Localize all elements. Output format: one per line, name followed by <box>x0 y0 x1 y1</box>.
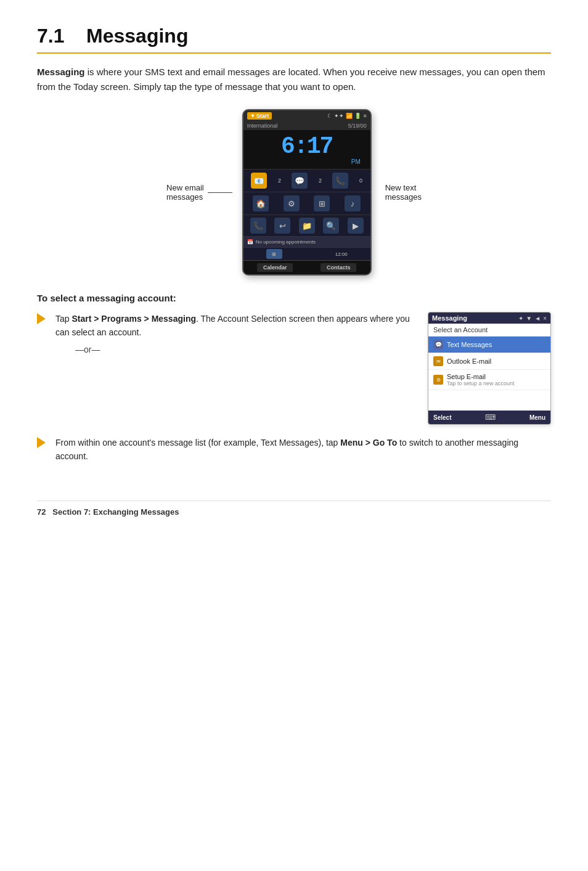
phone-bottom-bar: Calendar Contacts <box>243 260 370 274</box>
start-button[interactable]: ✦ Start <box>247 112 272 120</box>
keyboard-icon: ⌨ <box>485 413 496 422</box>
header-left: International <box>247 123 278 129</box>
step1-before: Tap <box>55 314 71 324</box>
msg-item-outlook[interactable]: ✉ Outlook E-mail <box>428 353 550 370</box>
call-icon-btn[interactable]: 📞 <box>332 173 348 189</box>
search-icon-btn[interactable]: 🔍 <box>323 218 339 234</box>
sms-count: 2 <box>319 178 322 184</box>
msg-header-label: Select an Account <box>428 324 550 337</box>
sms-icon-btn[interactable]: 💬 <box>292 173 308 189</box>
section-number: 7.1 <box>37 25 64 47</box>
outlook-icon: ✉ <box>433 356 443 366</box>
label-new-email: New email messages <box>166 183 232 202</box>
back-icon-btn[interactable]: ↩ <box>274 218 290 234</box>
label-right-line2: messages <box>385 192 422 202</box>
label-left-line2: messages <box>166 192 204 202</box>
phone-diagram-area: New email messages ✦ Start ☾ ✦✦ 📶 🔋 ≡ In… <box>37 109 551 276</box>
outlook-name: Outlook E-mail <box>447 358 491 365</box>
intro-bold: Messaging <box>37 67 85 77</box>
phone-nav-row: 📞 ↩ 📁 🔍 ▶ <box>243 215 370 236</box>
phone-status-bar: ✦ Start ☾ ✦✦ 📶 🔋 ≡ <box>243 110 370 121</box>
menu-button[interactable]: Menu <box>529 414 545 421</box>
start-label: Start <box>256 113 269 119</box>
step-1-arrow <box>37 313 46 324</box>
mini-icon-1: ⊞ <box>266 249 282 259</box>
email-count: 2 <box>278 178 281 184</box>
step-2-content: From within one account's message list (… <box>55 436 551 464</box>
info-text: No upcoming appointments <box>256 239 316 245</box>
phone-extra-row: ⊞ 12:00 <box>243 247 370 260</box>
phone-header-bar: International 5/19/00 <box>243 121 370 130</box>
setup-name: Setup E-mail <box>447 373 515 380</box>
or-text: —or— <box>75 345 100 354</box>
label-line-connector <box>208 192 232 193</box>
select-account-label: Select an Account <box>433 326 488 333</box>
page-title: 7.1 Messaging <box>37 25 551 47</box>
page-header: 7.1 Messaging <box>37 25 551 54</box>
msg-title-icons: ✦ ▼ ◄ × <box>518 315 547 322</box>
page-number: 72 <box>37 507 46 517</box>
phone-info-row: 📅 No upcoming appointments <box>243 236 370 247</box>
step-1-with-screen: Tap Start > Programs > Messaging. The Ac… <box>55 312 551 425</box>
msg-title-bar: Messaging ✦ ▼ ◄ × <box>428 313 550 324</box>
msg-item-text-messages[interactable]: 💬 Text Messages <box>428 337 550 353</box>
msg-item-setup[interactable]: ⚙ Setup E-mail Tap to setup a new accoun… <box>428 370 550 390</box>
subsection-title: To select a messaging account: <box>37 293 551 303</box>
setup-sub: Tap to setup a new account <box>447 380 515 386</box>
section-title: Messaging <box>86 25 188 47</box>
play-icon-btn[interactable]: ▶ <box>348 218 364 234</box>
phone-clock: 6:17 <box>243 135 370 158</box>
text-msg-name: Text Messages <box>447 341 492 348</box>
music-icon-btn[interactable]: ♪ <box>345 195 361 211</box>
step2-before: From within one account's message list (… <box>55 438 340 448</box>
status-icons: ☾ ✦✦ 📶 🔋 ≡ <box>327 113 366 119</box>
header-right: 5/19/00 <box>348 123 367 129</box>
footer-section-text: Section 7: Exchanging Messages <box>52 507 179 517</box>
apps-icon-btn[interactable]: ⊞ <box>314 195 330 211</box>
intro-text: Messaging is where your SMS text and ema… <box>37 65 551 94</box>
intro-rest: is where your SMS text and email message… <box>37 67 545 92</box>
home-icon-btn[interactable]: 🏠 <box>253 195 269 211</box>
msg-body: 💬 Text Messages ✉ Outlook E-mail ⚙ <box>428 337 550 411</box>
label-new-text: New text messages <box>382 183 422 202</box>
phone-clock-area: 6:17 PM <box>243 130 370 169</box>
messaging-screen: Messaging ✦ ▼ ◄ × Select an Account 💬 <box>428 312 551 425</box>
setup-icon: ⚙ <box>433 375 443 385</box>
step-1-text-block: Tap Start > Programs > Messaging. The Ac… <box>55 312 418 359</box>
labels-right: New text messages <box>382 183 422 202</box>
contacts-button[interactable]: Contacts <box>321 263 357 272</box>
text-msg-icon: 💬 <box>433 340 443 350</box>
phone-icon-btn[interactable]: 📞 <box>250 218 266 234</box>
phone-shortcut-row-1: 📧 2 💬 2 📞 0 <box>243 169 370 192</box>
calendar-button[interactable]: Calendar <box>257 263 293 272</box>
label-left-line1: New email <box>166 183 204 192</box>
step-1-row: Tap Start > Programs > Messaging. The Ac… <box>37 312 551 425</box>
step-1-content: Tap Start > Programs > Messaging. The Ac… <box>55 312 418 340</box>
email-icon-btn[interactable]: 📧 <box>251 173 267 189</box>
phone-shortcut-row-2: 🏠 ⚙ ⊞ ♪ <box>243 192 370 215</box>
msg-title: Messaging <box>432 314 467 322</box>
or-divider: —or— <box>75 345 418 354</box>
phone-screen: ✦ Start ☾ ✦✦ 📶 🔋 ≡ International 5/19/00… <box>242 109 372 276</box>
select-button[interactable]: Select <box>433 414 451 421</box>
label-right-line1: New text <box>385 183 422 192</box>
msg-bottom-bar: Select ⌨ Menu <box>428 411 550 424</box>
settings-icon-btn[interactable]: ⚙ <box>284 195 300 211</box>
mini-time: 12:00 <box>323 251 348 257</box>
folder-icon-btn[interactable]: 📁 <box>299 218 315 234</box>
labels-left: New email messages <box>166 183 232 202</box>
step-2-row: From within one account's message list (… <box>37 436 551 464</box>
step2-bold: Menu > Go To <box>340 438 397 448</box>
page-footer: 72 Section 7: Exchanging Messages <box>37 501 551 517</box>
call-count: 0 <box>359 178 362 184</box>
step-2-arrow <box>37 437 46 448</box>
instructions-section: To select a messaging account: Tap Start… <box>37 293 551 464</box>
step1-bold: Start > Programs > Messaging <box>71 314 196 324</box>
